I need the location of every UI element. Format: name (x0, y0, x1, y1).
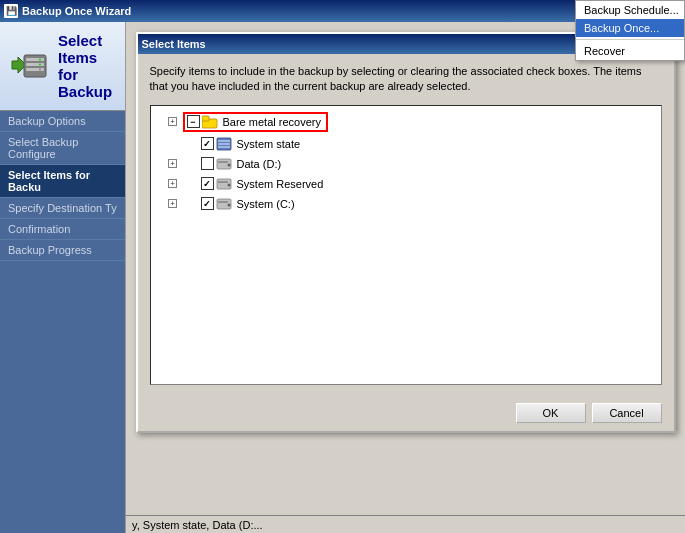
menu-separator (576, 39, 684, 40)
sidebar-step-backup-progress[interactable]: Backup Progress (0, 240, 125, 261)
status-text: y, System state, Data (D:... (132, 519, 263, 531)
checkbox-system-state[interactable] (201, 137, 214, 150)
wizard-header: Select Items for Backup (0, 22, 125, 111)
svg-rect-10 (218, 140, 230, 142)
tree-expander-data-d[interactable]: + (165, 156, 181, 172)
cancel-button[interactable]: Cancel (592, 403, 662, 423)
svg-rect-20 (218, 201, 228, 203)
tree-view: + Bare metal recovery (150, 105, 662, 385)
sidebar-step-specify-destination[interactable]: Specify Destination Ty (0, 198, 125, 219)
svg-point-6 (39, 69, 41, 71)
tree-item-system-c: + System (C:) (155, 194, 657, 214)
server-backup-icon (10, 47, 48, 85)
expander-box: + (168, 117, 177, 126)
svg-rect-14 (218, 161, 228, 163)
ok-button[interactable]: OK (516, 403, 586, 423)
tree-item-system-reserved: + System Reserved (155, 174, 657, 194)
wizard-title: Select Items for Backup (58, 32, 115, 100)
checkbox-system-reserved[interactable] (201, 177, 214, 190)
label-system-state: System state (234, 137, 304, 151)
title-bar-icon: 💾 (4, 4, 18, 18)
sidebar-step-confirmation[interactable]: Confirmation (0, 219, 125, 240)
status-bar: y, System state, Data (D:... (126, 515, 685, 533)
tree-expander-bare-metal[interactable]: + (165, 114, 181, 130)
tree-item-system-state: System state (155, 134, 657, 154)
dialog-content: Specify items to include in the backup b… (138, 54, 674, 395)
dialog-overlay: Select Items ✕ Specify items to include … (126, 22, 685, 533)
svg-rect-12 (218, 146, 230, 148)
dialog-description: Specify items to include in the backup b… (150, 64, 662, 95)
drive-icon-data-d (216, 157, 232, 171)
context-menu: Backup Schedule... Backup Once... Recove… (575, 0, 685, 61)
sidebar-steps: Backup Options Select Backup Configure S… (0, 111, 125, 533)
checkbox-data-d[interactable] (201, 157, 214, 170)
left-panel: Select Items for Backup Backup Options S… (0, 22, 126, 533)
svg-point-18 (227, 183, 230, 186)
title-bar-title: Backup Once Wizard (22, 5, 661, 17)
tree-item-data-d: + Data (D:) (155, 154, 657, 174)
svg-point-4 (39, 59, 41, 61)
drive-icon-system-reserved (216, 177, 232, 191)
tree-expander-system-c[interactable]: + (165, 196, 181, 212)
wizard-icon (10, 47, 48, 85)
expander-box-data-d: + (168, 159, 177, 168)
sidebar-step-backup-options[interactable]: Backup Options (0, 111, 125, 132)
sidebar-step-select-items[interactable]: Select Items for Backu (0, 165, 125, 198)
menu-item-backup-schedule[interactable]: Backup Schedule... (576, 1, 684, 19)
svg-rect-8 (202, 116, 209, 121)
right-panel: Select Items ✕ Specify items to include … (126, 22, 685, 533)
wizard-body: Select Items for Backup Backup Options S… (0, 22, 685, 533)
checkbox-system-c[interactable] (201, 197, 214, 210)
checkbox-bare-metal[interactable] (187, 115, 200, 128)
menu-item-backup-once[interactable]: Backup Once... (576, 19, 684, 37)
select-items-dialog: Select Items ✕ Specify items to include … (136, 32, 676, 433)
tree-item-bare-metal: + Bare metal recovery (155, 110, 657, 134)
svg-point-21 (227, 203, 230, 206)
menu-item-recover[interactable]: Recover (576, 42, 684, 60)
svg-point-15 (227, 163, 230, 166)
drive-icon-system-c (216, 197, 232, 211)
expander-box-system-reserved: + (168, 179, 177, 188)
sidebar-step-select-backup-config[interactable]: Select Backup Configure (0, 132, 125, 165)
svg-rect-1 (26, 58, 44, 61)
tree-expander-system-reserved[interactable]: + (165, 176, 181, 192)
label-bare-metal: Bare metal recovery (220, 115, 324, 129)
svg-rect-11 (218, 143, 230, 145)
folder-icon-bare-metal (202, 115, 218, 129)
dialog-footer: OK Cancel (138, 395, 674, 431)
label-system-reserved: System Reserved (234, 177, 327, 191)
svg-rect-3 (26, 68, 44, 71)
label-data-d: Data (D:) (234, 157, 285, 171)
label-system-c: System (C:) (234, 197, 298, 211)
expander-box-system-c: + (168, 199, 177, 208)
bare-metal-highlight: Bare metal recovery (183, 112, 328, 132)
server-icon-system-state (216, 137, 232, 151)
svg-point-5 (39, 64, 41, 66)
svg-rect-2 (26, 63, 44, 66)
svg-rect-17 (218, 181, 228, 183)
